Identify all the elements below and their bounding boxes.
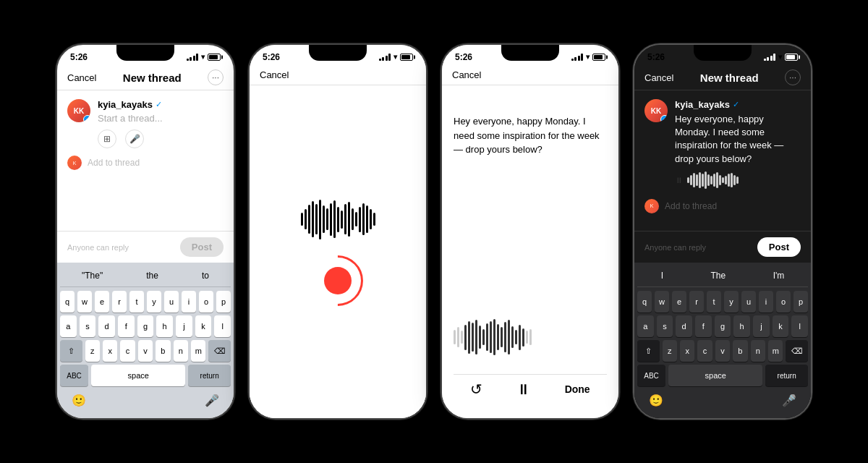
suggestions-1: "The" the to bbox=[60, 267, 231, 287]
key-f[interactable]: f bbox=[118, 315, 135, 337]
key-o[interactable]: o bbox=[199, 291, 213, 313]
post-button-4[interactable]: Post bbox=[757, 237, 801, 257]
bottom-keys-1: ABC space return bbox=[60, 365, 231, 386]
key-k[interactable]: k bbox=[195, 315, 212, 337]
key-t-4[interactable]: t bbox=[707, 291, 721, 313]
audio-pause-btn-4[interactable]: ⏸ bbox=[675, 176, 683, 184]
key-y[interactable]: y bbox=[147, 291, 161, 313]
key-o-4[interactable]: o bbox=[776, 291, 791, 313]
key-x[interactable]: x bbox=[103, 340, 117, 362]
key-f-4[interactable]: f bbox=[695, 315, 712, 337]
cancel-button-3[interactable]: Cancel bbox=[452, 69, 481, 80]
key-q[interactable]: q bbox=[60, 291, 75, 313]
key-b[interactable]: b bbox=[156, 340, 170, 362]
key-s[interactable]: s bbox=[80, 315, 96, 337]
key-z-4[interactable]: z bbox=[663, 340, 677, 362]
key-w-4[interactable]: w bbox=[655, 291, 669, 313]
key-m-4[interactable]: m bbox=[768, 340, 783, 362]
emoji-key-1[interactable]: 🙂 bbox=[66, 389, 92, 411]
key-g-4[interactable]: g bbox=[715, 315, 731, 337]
key-d[interactable]: d bbox=[98, 315, 115, 337]
key-a[interactable]: a bbox=[60, 315, 77, 337]
key-h-4[interactable]: h bbox=[733, 315, 750, 337]
mic-key-1[interactable]: 🎤 bbox=[199, 389, 225, 411]
suggestion-1-2[interactable]: to bbox=[197, 269, 213, 282]
key-n[interactable]: n bbox=[174, 340, 188, 362]
key-shift-4[interactable]: ⇧ bbox=[637, 340, 660, 362]
pause-button[interactable]: ⏸ bbox=[516, 381, 531, 398]
key-m[interactable]: m bbox=[191, 340, 205, 362]
more-button-1[interactable]: ··· bbox=[208, 69, 224, 85]
key-w[interactable]: w bbox=[77, 291, 92, 313]
key-z[interactable]: z bbox=[85, 340, 100, 362]
key-c-4[interactable]: c bbox=[697, 340, 712, 362]
key-shift[interactable]: ⇧ bbox=[60, 340, 82, 362]
key-delete[interactable]: ⌫ bbox=[208, 340, 231, 362]
add-thread-label-4[interactable]: Add to thread bbox=[665, 201, 717, 211]
key-g[interactable]: g bbox=[137, 315, 154, 337]
audio-waveform-4 bbox=[687, 171, 739, 189]
key-v[interactable]: v bbox=[138, 340, 153, 362]
key-e-4[interactable]: e bbox=[672, 291, 686, 313]
key-j[interactable]: j bbox=[176, 315, 192, 337]
suggestion-1-1[interactable]: the bbox=[142, 269, 163, 282]
compose-text-4[interactable]: Hey everyone, happy Monday. I need some … bbox=[675, 113, 801, 166]
key-x-4[interactable]: x bbox=[680, 340, 694, 362]
phone-4-content: 5:26 ▾ Cancel New thread ··· bbox=[634, 45, 811, 418]
key-j-4[interactable]: j bbox=[753, 315, 770, 337]
cancel-button-4[interactable]: Cancel bbox=[644, 72, 673, 83]
key-b-4[interactable]: b bbox=[733, 340, 747, 362]
key-delete-4[interactable]: ⌫ bbox=[786, 340, 808, 362]
record-button[interactable] bbox=[312, 255, 363, 306]
key-v-4[interactable]: v bbox=[715, 340, 730, 362]
key-space[interactable]: space bbox=[91, 365, 185, 386]
suggestion-1-0[interactable]: "The" bbox=[77, 269, 107, 282]
key-u-4[interactable]: u bbox=[741, 291, 756, 313]
emoji-key-4[interactable]: 🙂 bbox=[643, 389, 669, 411]
rec-bar-5 bbox=[319, 200, 321, 239]
mic-icon-1[interactable]: 🎤 bbox=[125, 129, 144, 148]
compose-placeholder-1[interactable]: Start a thread... bbox=[98, 113, 224, 124]
key-return-4[interactable]: return bbox=[765, 365, 808, 386]
suggestion-4-0[interactable]: I bbox=[657, 269, 668, 282]
key-t[interactable]: t bbox=[129, 291, 144, 313]
key-a-4[interactable]: a bbox=[637, 315, 654, 337]
key-i[interactable]: i bbox=[182, 291, 196, 313]
key-s-4[interactable]: s bbox=[657, 315, 673, 337]
suggestion-4-2[interactable]: I'm bbox=[769, 269, 789, 282]
mic-key-4[interactable]: 🎤 bbox=[776, 389, 802, 411]
key-i-4[interactable]: i bbox=[759, 291, 773, 313]
done-button[interactable]: Done bbox=[565, 383, 590, 395]
key-space-4[interactable]: space bbox=[668, 365, 762, 386]
key-u[interactable]: u bbox=[164, 291, 179, 313]
pb-bar-17 bbox=[515, 330, 517, 344]
image-icon-1[interactable]: ⊞ bbox=[98, 129, 116, 148]
key-l-4[interactable]: l bbox=[791, 315, 808, 337]
key-p-4[interactable]: p bbox=[793, 291, 808, 313]
wf-bar-15 bbox=[731, 173, 733, 187]
key-p[interactable]: p bbox=[216, 291, 231, 313]
key-abc[interactable]: ABC bbox=[60, 365, 88, 386]
suggestion-4-1[interactable]: The bbox=[707, 269, 731, 282]
key-return[interactable]: return bbox=[188, 365, 231, 386]
cancel-button-1[interactable]: Cancel bbox=[67, 72, 96, 83]
more-button-4[interactable]: ··· bbox=[785, 69, 801, 85]
key-n-4[interactable]: n bbox=[751, 340, 765, 362]
add-thread-label-1[interactable]: Add to thread bbox=[88, 158, 140, 168]
key-q-4[interactable]: q bbox=[637, 291, 652, 313]
reply-label-4: Anyone can reply bbox=[644, 243, 706, 252]
key-r-4[interactable]: r bbox=[689, 291, 704, 313]
post-button-1[interactable]: Post bbox=[180, 237, 224, 257]
key-abc-4[interactable]: ABC bbox=[637, 365, 665, 386]
status-time-3: 5:26 bbox=[455, 52, 472, 62]
key-k-4[interactable]: k bbox=[773, 315, 789, 337]
key-r[interactable]: r bbox=[112, 291, 127, 313]
key-y-4[interactable]: y bbox=[724, 291, 739, 313]
key-e[interactable]: e bbox=[95, 291, 109, 313]
rewind-button[interactable]: ↺ bbox=[470, 381, 482, 398]
cancel-button-2[interactable]: Cancel bbox=[260, 69, 289, 80]
key-h[interactable]: h bbox=[156, 315, 173, 337]
key-c[interactable]: c bbox=[120, 340, 135, 362]
key-l[interactable]: l bbox=[214, 315, 231, 337]
key-d-4[interactable]: d bbox=[676, 315, 692, 337]
